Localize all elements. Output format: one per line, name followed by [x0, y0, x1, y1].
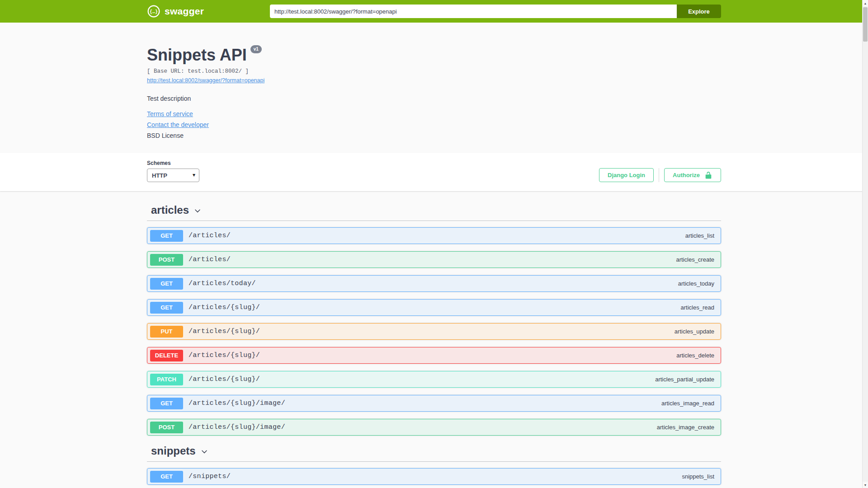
tag-header-snippets[interactable]: snippets — [147, 445, 721, 462]
operation-id: articles_create — [676, 256, 716, 263]
operation-path: /snippets/ — [189, 473, 231, 480]
tag-section-snippets: snippets GET /snippets/ snippets_list — [147, 445, 721, 485]
method-badge: GET — [150, 230, 183, 242]
swagger-logo-icon: {…} — [147, 5, 160, 18]
operation-articles_list[interactable]: GET /articles/ articles_list — [147, 227, 721, 244]
operation-articles_image_read[interactable]: GET /articles/{slug}/image/ articles_ima… — [147, 395, 721, 412]
operation-list: GET /snippets/ snippets_list — [147, 462, 721, 485]
operation-path: /articles/ — [189, 256, 231, 263]
brand-name: swagger — [165, 6, 204, 17]
auth-block: Django Login Authorize — [599, 168, 721, 182]
method-badge: GET — [150, 302, 183, 314]
operation-id: articles_delete — [676, 352, 716, 359]
operation-articles_today[interactable]: GET /articles/today/ articles_today — [147, 275, 721, 292]
operation-id: articles_read — [681, 304, 716, 311]
method-badge: PATCH — [150, 374, 183, 385]
operation-path: /articles/{slug}/image/ — [189, 423, 285, 431]
method-badge: DELETE — [150, 350, 183, 361]
django-login-label: Django Login — [608, 172, 645, 178]
authorize-label: Authorize — [673, 172, 700, 178]
chevron-down-icon — [200, 448, 208, 456]
schemes-select[interactable]: HTTP — [147, 169, 199, 182]
operation-id: articles_update — [675, 328, 716, 335]
scrollbar-thumb[interactable] — [863, 7, 868, 42]
operation-path: /articles/{slug}/ — [189, 375, 260, 383]
tag-name: articles — [151, 204, 189, 216]
operation-articles_create[interactable]: POST /articles/ articles_create — [147, 251, 721, 268]
operation-snippets_list[interactable]: GET /snippets/ snippets_list — [147, 468, 721, 485]
schemes-block: Schemes HTTP ▾ — [147, 160, 199, 182]
operation-path: /articles/{slug}/ — [189, 304, 260, 311]
authorize-button[interactable]: Authorize — [664, 168, 721, 182]
method-badge: POST — [150, 422, 183, 433]
contact-developer-link[interactable]: Contact the developer — [147, 121, 209, 128]
scroll-up-icon[interactable]: ▲ — [863, 0, 868, 6]
operation-path: /articles/{slug}/ — [189, 328, 260, 335]
scrollbar[interactable]: ▲ ▼ — [862, 0, 868, 488]
api-title-text: Snippets API — [147, 45, 247, 65]
auth-divider — [659, 168, 659, 182]
operation-path: /articles/today/ — [189, 280, 256, 287]
tag-section-articles: articles GET /articles/ articles_list PO… — [147, 204, 721, 436]
operation-id: articles_list — [685, 232, 716, 239]
operation-id: snippets_list — [682, 473, 716, 480]
method-badge: GET — [150, 398, 183, 409]
scroll-down-icon[interactable]: ▼ — [863, 482, 868, 488]
method-badge: POST — [150, 254, 183, 266]
django-login-button[interactable]: Django Login — [599, 168, 654, 182]
schemes-label: Schemes — [147, 160, 199, 166]
operation-path: /articles/{slug}/image/ — [189, 399, 285, 407]
svg-text:{…}: {…} — [150, 9, 158, 14]
operations: articles GET /articles/ articles_list PO… — [147, 191, 721, 488]
tag-name: snippets — [151, 445, 196, 457]
operation-id: articles_partial_update — [655, 376, 716, 383]
operation-articles_delete[interactable]: DELETE /articles/{slug}/ articles_delete — [147, 347, 721, 364]
topbar: {…} swagger Explore — [0, 0, 868, 23]
unlock-icon — [704, 171, 712, 179]
terms-of-service-link[interactable]: Terms of service — [147, 110, 193, 117]
operation-articles_update[interactable]: PUT /articles/{slug}/ articles_update — [147, 323, 721, 340]
operation-articles_partial_update[interactable]: PATCH /articles/{slug}/ articles_partial… — [147, 371, 721, 388]
operation-id: articles_today — [678, 280, 716, 287]
operation-articles_image_create[interactable]: POST /articles/{slug}/image/ articles_im… — [147, 419, 721, 436]
operation-id: articles_image_create — [657, 424, 716, 431]
api-description: Test description — [147, 95, 721, 102]
spec-link[interactable]: http://test.local:8002/swagger/?format=o… — [147, 77, 264, 84]
base-url: [ Base URL: test.local:8002/ ] — [147, 68, 721, 75]
swagger-brand-link[interactable]: {…} swagger — [147, 5, 204, 18]
tag-header-articles[interactable]: articles — [147, 204, 721, 221]
license-text: BSD License — [147, 132, 721, 139]
api-title: Snippets API v1 — [147, 45, 721, 65]
method-badge: PUT — [150, 326, 183, 338]
operation-list: GET /articles/ articles_list POST /artic… — [147, 221, 721, 436]
operation-path: /articles/{slug}/ — [189, 352, 260, 359]
version-badge: v1 — [250, 45, 262, 53]
chevron-down-icon — [193, 207, 202, 215]
operation-articles_read[interactable]: GET /articles/{slug}/ articles_read — [147, 299, 721, 316]
spec-url-input[interactable] — [270, 5, 677, 18]
method-badge: GET — [150, 471, 183, 483]
info-section: Snippets API v1 [ Base URL: test.local:8… — [0, 23, 868, 153]
operation-path: /articles/ — [189, 232, 231, 239]
operation-id: articles_image_read — [661, 400, 716, 407]
download-url-wrapper: Explore — [270, 5, 721, 18]
method-badge: GET — [150, 278, 183, 290]
explore-button[interactable]: Explore — [677, 5, 721, 18]
scheme-container: Schemes HTTP ▾ Django Login Authorize — [0, 153, 868, 191]
